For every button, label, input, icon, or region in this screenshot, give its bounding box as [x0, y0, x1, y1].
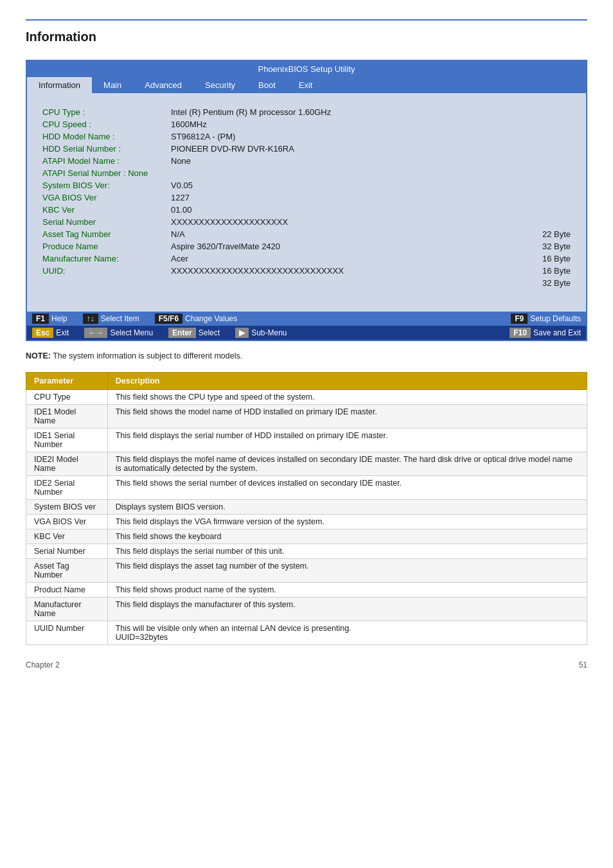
param-manufacturer: Manufacturer Name [26, 598, 108, 621]
key-f5f6: F5/F6 [155, 314, 182, 324]
bios-menu-advanced[interactable]: Advanced [133, 77, 193, 93]
bios-setup-container: PhoenixBIOS Setup Utility Information Ma… [26, 60, 587, 341]
table-row: CPU Type This field shows the CPU type a… [26, 390, 587, 405]
key-f1-label: Help [51, 314, 67, 323]
col-parameter: Parameter [26, 373, 108, 390]
bios-status-esc-exit: Esc Exit [32, 328, 69, 338]
desc-ide1-serial: This field displays the serial number of… [107, 429, 587, 452]
key-lr: ←→ [84, 328, 107, 338]
bios-status-arrow: ▶ Sub-Menu [235, 328, 287, 338]
bios-field-serial-number: Serial Number XXXXXXXXXXXXXXXXXXXXX [42, 216, 571, 228]
key-ud-label: Select Item [101, 314, 139, 323]
bios-menu-main[interactable]: Main [92, 77, 133, 93]
desc-manufacturer: This field displays the manufacturer of … [107, 598, 587, 621]
key-ud: ↑↓ [83, 314, 98, 324]
bios-field-system-bios: System BIOS Ver: V0.05 [42, 179, 571, 191]
desc-ide1-model: This field shows the model name of HDD i… [107, 405, 587, 429]
key-f5f6-label: Change Values [185, 314, 237, 323]
param-uuid: UUID Number [26, 621, 108, 645]
param-ide1-serial: IDE1 Serial Number [26, 429, 108, 452]
bios-field-kbc-ver: KBC Ver 01.00 [42, 204, 571, 216]
bios-field-cpu-speed: CPU Speed : 1600MHz [42, 118, 571, 130]
bios-status-f1-help: F1 Help [32, 314, 67, 324]
bios-status-ud-select: ↑↓ Select Item [83, 314, 139, 324]
page-title: Information [26, 19, 587, 44]
key-enter-label: Select [199, 328, 220, 337]
param-serial: Serial Number [26, 544, 108, 559]
key-arrow-label: Sub-Menu [251, 328, 287, 337]
bios-title-bar: PhoenixBIOS Setup Utility [27, 61, 586, 77]
footer: Chapter 2 51 [26, 660, 587, 669]
table-row: Asset Tag Number This field displays the… [26, 559, 587, 583]
table-row: KBC Ver This field shows the keyboard [26, 529, 587, 544]
param-ide2i-model: IDE2I Model Name [26, 452, 108, 476]
table-row: IDE1 Model Name This field shows the mod… [26, 405, 587, 429]
param-vga-bios: VGA BIOS Ver [26, 515, 108, 529]
bios-field-atapi-model: ATAPI Model Name : None [42, 155, 571, 167]
param-cpu-type: CPU Type [26, 390, 108, 405]
desc-cpu-type: This field shows the CPU type and speed … [107, 390, 587, 405]
desc-kbc: This field shows the keyboard [107, 529, 587, 544]
bios-status-row-1: F1 Help ↑↓ Select Item F5/F6 Change Valu… [27, 312, 586, 326]
key-esc-label: Exit [56, 328, 69, 337]
bios-field-asset-tag: Asset Tag Number N/A 22 Byte [42, 228, 571, 240]
note-line: NOTE: The system information is subject … [26, 351, 587, 360]
page-number: 51 [579, 660, 587, 669]
col-description: Description [107, 373, 587, 390]
bios-menu-boot[interactable]: Boot [247, 77, 287, 93]
param-asset-tag: Asset Tag Number [26, 559, 108, 583]
bios-menu-security[interactable]: Security [193, 77, 247, 93]
table-row: IDE2 Serial Number This field shows the … [26, 476, 587, 500]
bios-field-produce-name: Produce Name Aspire 3620/TravelMate 2420… [42, 240, 571, 252]
bios-field-uuid-byte: 32 Byte [42, 277, 571, 289]
table-row: IDE2I Model Name This field displays the… [26, 452, 587, 476]
bios-status-lr-select: ←→ Select Menu [84, 328, 153, 338]
param-ide1-model: IDE1 Model Name [26, 405, 108, 429]
table-row: Product Name This field shows product na… [26, 583, 587, 598]
desc-asset-tag: This field displays the asset tag number… [107, 559, 587, 583]
bios-status-f10: F10 Save and Exit [510, 328, 581, 338]
desc-ide2-serial: This field shows the serial number of de… [107, 476, 587, 500]
desc-product-name: This field shows product name of the sys… [107, 583, 587, 598]
key-lr-label: Select Menu [110, 328, 153, 337]
bios-menu-bar: Information Main Advanced Security Boot … [27, 77, 586, 93]
bios-field-cpu-type: CPU Type : Intel (R) Pentium (R) M proce… [42, 106, 571, 118]
table-header-row: Parameter Description [26, 373, 587, 390]
bios-menu-exit[interactable]: Exit [287, 77, 324, 93]
bios-menu-information[interactable]: Information [27, 77, 92, 93]
key-arrow: ▶ [235, 328, 249, 338]
param-product-name: Product Name [26, 583, 108, 598]
bios-status-bar: F1 Help ↑↓ Select Item F5/F6 Change Valu… [27, 312, 586, 340]
desc-ide2i-model: This field displays the mofel name of de… [107, 452, 587, 476]
key-f1: F1 [32, 314, 49, 324]
key-esc: Esc [32, 328, 53, 338]
note-bold: NOTE: [26, 351, 51, 360]
key-f10-label: Save and Exit [533, 328, 581, 337]
desc-uuid: This will be visible only when an intern… [107, 621, 587, 645]
bios-status-enter: Enter Select [168, 328, 220, 338]
bios-field-hdd-model: HDD Model Name : ST96812A - (PM) [42, 130, 571, 143]
table-row: VGA BIOS Ver This field displays the VGA… [26, 515, 587, 529]
parameters-table: Parameter Description CPU Type This fiel… [26, 372, 587, 645]
param-system-bios: System BIOS ver [26, 500, 108, 515]
key-f9: F9 [511, 314, 528, 324]
bios-content: CPU Type : Intel (R) Pentium (R) M proce… [27, 93, 586, 312]
table-row: UUID Number This will be visible only wh… [26, 621, 587, 645]
note-text: The system information is subject to dif… [53, 351, 242, 360]
key-enter: Enter [168, 328, 196, 338]
table-row: IDE1 Serial Number This field displays t… [26, 429, 587, 452]
bios-field-atapi-serial: ATAPI Serial Number : None [42, 167, 571, 179]
key-f10: F10 [510, 328, 531, 338]
param-ide2-serial: IDE2 Serial Number [26, 476, 108, 500]
desc-vga-bios: This field displays the VGA firmware ver… [107, 515, 587, 529]
bios-field-vga-bios: VGA BIOS Ver 1227 [42, 191, 571, 204]
desc-serial: This field displays the serial number of… [107, 544, 587, 559]
bios-status-row-2: Esc Exit ←→ Select Menu Enter Select ▶ S… [27, 326, 586, 340]
table-row: System BIOS ver Displays system BIOS ver… [26, 500, 587, 515]
bios-field-manufacturer: Manufacturer Name: Acer 16 Byte [42, 252, 571, 265]
table-row: Manufacturer Name This field displays th… [26, 598, 587, 621]
table-row: Serial Number This field displays the se… [26, 544, 587, 559]
key-f9-label: Setup Defaults [530, 314, 581, 323]
chapter-label: Chapter 2 [26, 660, 60, 669]
param-kbc: KBC Ver [26, 529, 108, 544]
